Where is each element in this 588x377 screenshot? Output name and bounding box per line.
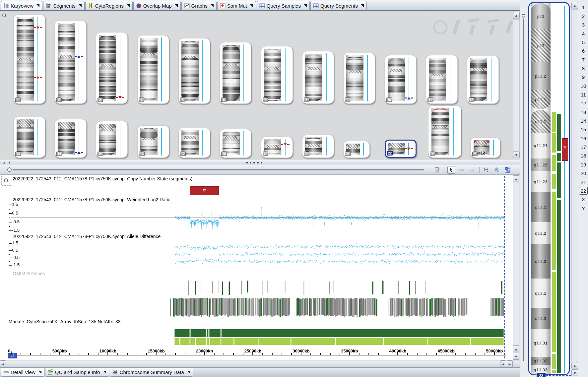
- tab-menu-icon[interactable]: [79, 4, 82, 7]
- sidebar-scroll-up-button[interactable]: ▲: [571, 2, 578, 9]
- chromosome-22-ideogram[interactable]: p13p12p11.2p11.1q11.1q11.21q11.22q11.23q…: [531, 3, 551, 375]
- scroll-left-button[interactable]: ◄: [0, 360, 6, 367]
- ideogram-band-q13.31[interactable]: q13.31: [531, 329, 551, 357]
- ideogram-band-q11.22[interactable]: q11.22: [531, 158, 551, 171]
- loss-marker-icon[interactable]: [33, 26, 42, 29]
- tab-detail-view[interactable]: Detail View: [1, 368, 44, 377]
- tab-menu-icon[interactable]: [175, 4, 178, 7]
- tab-graphs[interactable]: Graphs: [181, 1, 217, 10]
- chromosome-select-4[interactable]: 4: [579, 30, 588, 37]
- horizontal-scrollbar[interactable]: ◄ ◄ ►: [0, 360, 520, 367]
- chromosome-select-20[interactable]: 20: [579, 169, 588, 177]
- chromosome-select-19[interactable]: 19: [579, 160, 588, 168]
- scroll-left2-button[interactable]: ◄: [500, 360, 506, 367]
- tab-menu-icon[interactable]: [38, 371, 41, 374]
- karyoview-scrollbar-track[interactable]: [513, 19, 520, 151]
- gain-marker-icon[interactable]: [405, 96, 413, 99]
- chromosome-ideogram-8[interactable]: [305, 54, 322, 101]
- tab-menu-icon[interactable]: [187, 371, 190, 374]
- chromosome-select-18[interactable]: 18: [579, 152, 588, 160]
- chromosome-select-11[interactable]: 11: [579, 91, 588, 99]
- gain-marker-icon[interactable]: [75, 55, 83, 58]
- ideogram-band-q11.21[interactable]: q11.21: [531, 133, 551, 158]
- collapse-down-icon[interactable]: ▼: [8, 161, 11, 164]
- position-slider-knob[interactable]: [7, 167, 12, 172]
- tab-cytoregions[interactable]: CytoRegions: [85, 1, 133, 10]
- position-slider-rail[interactable]: [13, 169, 424, 170]
- collapse-up-icon[interactable]: ▲: [3, 161, 6, 164]
- chromosome-ideogram-10[interactable]: [388, 58, 405, 101]
- ideogram-band-q13.1[interactable]: q13.1: [531, 279, 551, 308]
- chromosome-cell-14[interactable]: 14: [55, 119, 87, 158]
- loss-marker-icon[interactable]: [33, 76, 42, 79]
- tab-chromosome-summary-data[interactable]: Chromosome Summary Data: [110, 368, 193, 377]
- tab-menu-icon[interactable]: [250, 4, 253, 7]
- ideogram-band-p11.2[interactable]: p11.2: [531, 62, 551, 90]
- cursor-button[interactable]: [447, 166, 455, 174]
- chromosome-cell-19[interactable]: 19: [261, 137, 293, 158]
- slider-knob[interactable]: [2, 14, 6, 17]
- chromosome-select-5[interactable]: 5: [579, 38, 588, 46]
- chromosome-cell-1[interactable]: 1: [14, 14, 45, 104]
- karyoview-scroll-down-button[interactable]: ▼: [513, 151, 520, 158]
- apply-button[interactable]: [469, 166, 476, 174]
- gain-marker-icon[interactable]: [75, 151, 83, 154]
- sidebar-scroll-up2-button[interactable]: ▲: [571, 362, 578, 369]
- chromosome-cell-6[interactable]: 6: [220, 42, 251, 104]
- chromosome-cell-4[interactable]: 4: [137, 35, 169, 104]
- chromosome-ideogram-5[interactable]: [181, 41, 199, 101]
- chromosome-ideogram-16[interactable]: [140, 128, 158, 155]
- cn-loss-segment[interactable]: ▽: [190, 186, 219, 195]
- ideogram-band-q12.1[interactable]: q12.1: [531, 192, 551, 222]
- tab-segments[interactable]: Segments: [43, 1, 85, 10]
- chromosome-cell-15[interactable]: 15: [96, 121, 128, 158]
- tab-menu-icon[interactable]: [103, 371, 106, 374]
- ideogram-band-q11.1[interactable]: q11.1: [531, 110, 551, 133]
- slider-knob[interactable]: [522, 14, 525, 18]
- chromosome-cell-9[interactable]: 9: [343, 53, 375, 104]
- zoom-in-button[interactable]: [493, 166, 501, 174]
- tab-menu-icon[interactable]: [304, 4, 307, 7]
- docx-button[interactable]: DOCX: [504, 166, 511, 174]
- karyoview-scroll-up-button[interactable]: ▲: [513, 12, 520, 19]
- chromosome-cell-5[interactable]: 5: [178, 38, 210, 104]
- splitter-grip-icon[interactable]: [246, 162, 262, 163]
- chromosome-ideogram-4[interactable]: [140, 38, 158, 101]
- chromosome-22-ideogram-panel[interactable]: p13p12p11.2p11.1q11.1q11.21q11.22q11.23q…: [528, 2, 570, 375]
- chromosome-ideogram-Y[interactable]: q12: [474, 140, 490, 155]
- tab-menu-icon[interactable]: [36, 4, 39, 7]
- chromosome-ideogram-7[interactable]: [264, 49, 281, 101]
- ideogram-band-p13[interactable]: p13: [531, 3, 551, 29]
- chromosome-cell-13[interactable]: 13: [14, 117, 45, 158]
- chromosome-cell-2[interactable]: 2: [55, 20, 87, 104]
- sidebar-scrollbar-track[interactable]: [571, 9, 578, 361]
- detail-scroll-up2-button[interactable]: ▲: [513, 346, 519, 352]
- chromosome-cell-7[interactable]: 7: [261, 46, 293, 104]
- chromosome-select-1[interactable]: 1: [579, 3, 588, 11]
- karyoview-panel[interactable]: 12345678910111213141516171819202122Xq12Y…: [0, 11, 520, 160]
- chromosome-select-14[interactable]: 14: [579, 117, 588, 125]
- chromosome-cell-3[interactable]: 3: [96, 32, 128, 104]
- ideogram-band-q12.3[interactable]: q12.3: [531, 244, 551, 279]
- detail-scroll-down-button[interactable]: ▼: [513, 353, 519, 360]
- chromosome-ideogram-3[interactable]: [99, 35, 116, 101]
- chromosome-select-9[interactable]: 9: [579, 73, 588, 81]
- chromosome-cell-22[interactable]: 22: [385, 140, 417, 158]
- ideogram-band-q13.32[interactable]: q13.32: [531, 357, 551, 365]
- chromosome-cell-Y[interactable]: q12Y: [471, 137, 500, 158]
- chromosome-cell-8[interactable]: 8: [302, 51, 334, 104]
- detail-plot-canvas[interactable]: [11, 175, 505, 360]
- chromosome-ideogram-13[interactable]: [17, 119, 34, 155]
- ideogram-band-q13.2[interactable]: q13.2: [531, 308, 551, 329]
- zoom-out-button[interactable]: [483, 166, 490, 174]
- chromosome-cell-17[interactable]: 17: [178, 128, 210, 158]
- detail-scroll-up-button[interactable]: ▲: [513, 175, 519, 182]
- chromosome-select-10[interactable]: 10: [579, 82, 588, 90]
- ideogram-band-p12[interactable]: p12: [531, 29, 551, 62]
- detail-view-panel[interactable]: 20220922_172543_012_CMA11578-P1.cy750K.c…: [0, 175, 513, 360]
- chromosome-ideogram-X[interactable]: [431, 108, 449, 155]
- loss-marker-icon[interactable]: [116, 96, 124, 99]
- chromosome-select-Y[interactable]: Y: [579, 204, 588, 212]
- sidebar-scroll-down-button[interactable]: ▼: [571, 369, 578, 376]
- tab-menu-icon[interactable]: [211, 4, 214, 7]
